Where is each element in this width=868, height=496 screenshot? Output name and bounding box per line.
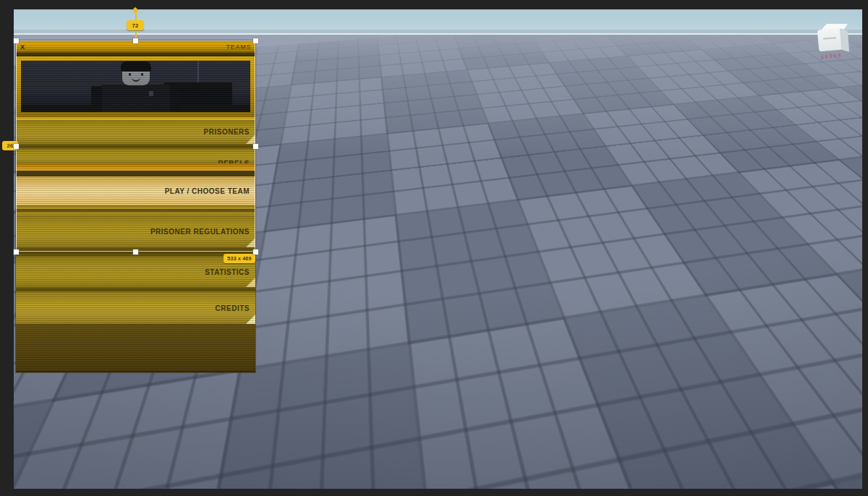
folded-corner-icon — [246, 134, 255, 144]
panel-bottom-area — [16, 324, 255, 372]
folded-corner-icon — [246, 315, 255, 324]
character-arm-right — [170, 86, 181, 112]
menu-item-rebels[interactable]: REBELS — [16, 149, 255, 163]
folded-corner-icon — [246, 238, 255, 247]
selection-handle-bottom-middle[interactable] — [133, 249, 138, 255]
selection-handle-bottom-left[interactable] — [14, 249, 19, 255]
menu-item-label: PRISONERS — [204, 128, 250, 136]
menu-item-statistics[interactable]: STATISTICS — [16, 257, 255, 287]
folded-corner-icon — [246, 278, 255, 287]
cube-side-face — [840, 28, 849, 52]
menu-item-credits[interactable]: CREDITS — [16, 292, 255, 324]
character-torso — [101, 85, 171, 112]
menu-item-label: CREDITS — [216, 304, 250, 312]
preview-scene — [21, 61, 250, 112]
menu-item-label: PLAY / CHOOSE TEAM — [165, 187, 250, 195]
panel-title: TEAMS — [226, 43, 252, 51]
selection-handle-middle-left[interactable] — [14, 144, 19, 149]
selection-handle-top-right[interactable] — [253, 38, 258, 43]
close-button[interactable]: X — [20, 43, 25, 51]
faint-red-marking — [821, 53, 841, 59]
menu-item-play-choose-team[interactable]: PLAY / CHOOSE TEAM — [16, 176, 255, 205]
character-eye-right — [141, 73, 143, 76]
orange-divider — [16, 163, 255, 171]
menu-item-label: STATISTICS — [205, 268, 250, 276]
button-divider — [16, 144, 255, 149]
selection-handle-middle-right[interactable] — [253, 144, 258, 149]
team-preview-image — [21, 61, 250, 112]
button-divider — [16, 287, 255, 292]
menu-item-label: PRISONER REGULATIONS — [150, 228, 250, 236]
striped-divider — [16, 205, 255, 215]
selection-handle-bottom-right[interactable] — [253, 249, 258, 255]
menu-item-prisoners[interactable]: PRISONERS — [16, 120, 255, 144]
character-chest-badge — [149, 91, 153, 96]
team-preview-frame — [16, 56, 255, 117]
dark-divider-bar — [16, 171, 255, 176]
teams-panel: X TEAMS PRISONERS — [16, 40, 255, 372]
character-arm-left — [91, 86, 102, 112]
menu-item-prisoner-regulations[interactable]: PRISONER REGULATIONS — [16, 215, 255, 247]
selection-handle-top-left[interactable] — [14, 38, 19, 43]
selection-handle-top-middle[interactable] — [133, 38, 138, 43]
floating-cube-decoration — [814, 20, 854, 62]
character-cap — [121, 61, 151, 72]
character-eye-left — [129, 73, 131, 76]
